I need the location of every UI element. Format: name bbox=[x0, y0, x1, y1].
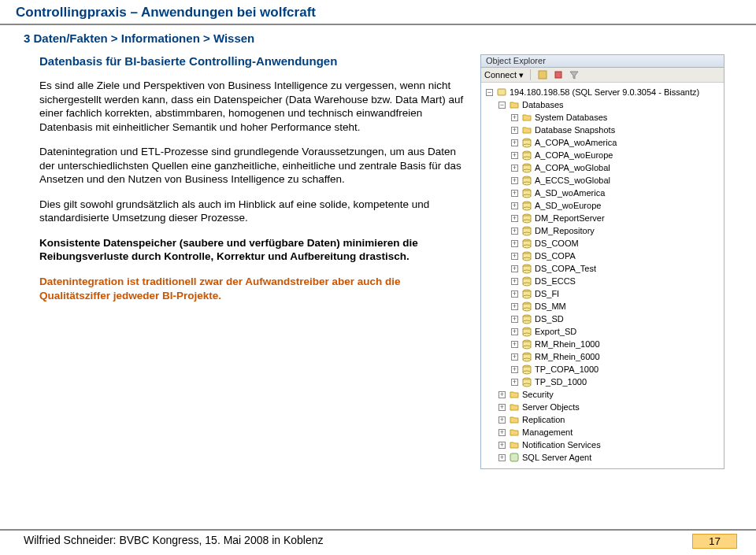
expand-icon[interactable]: + bbox=[511, 366, 518, 373]
tree-database-item[interactable]: +DS_COPA bbox=[483, 250, 722, 262]
expand-icon[interactable]: + bbox=[498, 442, 506, 449]
expand-icon[interactable]: + bbox=[511, 190, 518, 197]
expand-icon[interactable]: + bbox=[511, 228, 518, 235]
database-icon bbox=[521, 351, 532, 362]
svg-point-44 bbox=[523, 308, 531, 311]
database-label: DS_COOM bbox=[535, 237, 579, 250]
expand-icon[interactable]: + bbox=[511, 278, 518, 285]
sysdb-label: System Databases bbox=[535, 111, 607, 124]
database-icon bbox=[521, 263, 532, 274]
expand-icon[interactable]: + bbox=[511, 202, 518, 209]
folder-icon bbox=[521, 112, 532, 123]
expand-icon[interactable]: + bbox=[511, 265, 518, 272]
database-icon bbox=[521, 213, 532, 224]
tree-database-item[interactable]: +DS_FI bbox=[483, 287, 722, 300]
folder-label: Replication bbox=[522, 413, 565, 426]
expand-icon[interactable]: + bbox=[511, 303, 518, 310]
database-label: A_COPA_woAmerica bbox=[535, 136, 617, 149]
collapse-icon[interactable]: − bbox=[486, 89, 493, 96]
tree-database-item[interactable]: +A_SD_woAmerica bbox=[483, 187, 722, 199]
tree-database-item[interactable]: +DS_COOM bbox=[483, 237, 722, 250]
expand-icon[interactable]: + bbox=[511, 127, 518, 134]
tree-database-item[interactable]: +TP_SD_1000 bbox=[483, 376, 722, 388]
refresh-icon[interactable] bbox=[537, 69, 548, 80]
tree-snapshots[interactable]: + Database Snapshots bbox=[483, 124, 722, 136]
folder-label: Notification Services bbox=[522, 438, 601, 451]
database-icon bbox=[521, 301, 532, 312]
expand-icon[interactable]: + bbox=[511, 152, 518, 159]
database-icon bbox=[521, 250, 532, 261]
collapse-icon[interactable]: − bbox=[498, 102, 506, 109]
expand-icon[interactable]: + bbox=[511, 114, 518, 121]
database-label: TP_SD_1000 bbox=[535, 376, 587, 388]
tree-database-item[interactable]: +DM_Repository bbox=[483, 224, 722, 237]
expand-icon[interactable]: + bbox=[511, 353, 518, 361]
database-label: DM_ReportServer bbox=[535, 212, 605, 224]
tree-server-folder[interactable]: +Server Objects bbox=[483, 401, 722, 413]
expand-icon[interactable]: + bbox=[511, 177, 518, 184]
tree-database-item[interactable]: +A_ECCS_woGlobal bbox=[483, 174, 722, 187]
expand-icon[interactable]: + bbox=[511, 316, 518, 323]
svg-point-50 bbox=[523, 333, 531, 336]
expand-icon[interactable]: + bbox=[511, 240, 518, 247]
expand-icon[interactable]: + bbox=[511, 341, 518, 348]
database-icon bbox=[521, 288, 532, 299]
tree-database-item[interactable]: +Export_SD bbox=[483, 325, 722, 338]
expand-icon[interactable]: + bbox=[511, 215, 518, 222]
folder-label: Security bbox=[522, 388, 554, 401]
expand-icon[interactable]: + bbox=[511, 165, 518, 172]
tree-database-item[interactable]: +A_COPA_woEurope bbox=[483, 149, 722, 161]
tree-database-item[interactable]: +A_COPA_woGlobal bbox=[483, 161, 722, 174]
tree-database-item[interactable]: +A_SD_woEurope bbox=[483, 199, 722, 212]
database-label: A_SD_woAmerica bbox=[535, 187, 605, 199]
text-column: Datenbasis für BI-basierte Controlling-A… bbox=[39, 54, 480, 469]
tree-database-item[interactable]: +DM_ReportServer bbox=[483, 212, 722, 224]
expand-icon[interactable]: + bbox=[511, 290, 518, 298]
tree-server-folder[interactable]: +Notification Services bbox=[483, 438, 722, 451]
database-label: TP_COPA_1000 bbox=[535, 363, 598, 376]
connect-button[interactable]: Connect ▾ bbox=[484, 70, 524, 80]
tree-system-databases[interactable]: + System Databases bbox=[483, 111, 722, 124]
tree-database-item[interactable]: +RM_Rhein_1000 bbox=[483, 338, 722, 350]
tree-database-item[interactable]: +DS_COPA_Test bbox=[483, 262, 722, 275]
footer: Wilfried Schneider: BVBC Kongress, 15. M… bbox=[0, 529, 756, 555]
svg-point-14 bbox=[523, 182, 531, 185]
svg-point-56 bbox=[523, 358, 531, 361]
tree-server-folder[interactable]: +Security bbox=[483, 388, 722, 401]
filter-icon[interactable] bbox=[569, 69, 580, 80]
database-icon bbox=[521, 376, 532, 387]
expand-icon[interactable]: + bbox=[498, 391, 506, 398]
tree-server-folder[interactable]: +Replication bbox=[483, 413, 722, 426]
tree-database-item[interactable]: +A_COPA_woAmerica bbox=[483, 136, 722, 149]
expand-icon[interactable]: + bbox=[511, 253, 518, 260]
svg-point-29 bbox=[523, 245, 531, 248]
svg-point-59 bbox=[523, 371, 531, 374]
svg-point-32 bbox=[523, 257, 531, 261]
svg-point-62 bbox=[523, 383, 531, 387]
database-icon bbox=[521, 150, 532, 161]
server-label: 194.180.198.58 (SQL Server 9.0.3054 - Bi… bbox=[510, 86, 699, 98]
folder-icon bbox=[509, 414, 520, 425]
tree-database-item[interactable]: +DS_MM bbox=[483, 300, 722, 313]
paragraph-1: Es sind alle Ziele und Perspektiven von … bbox=[39, 79, 468, 134]
agent-label: SQL Server Agent bbox=[522, 451, 591, 464]
tree-sql-agent[interactable]: + SQL Server Agent bbox=[483, 451, 722, 464]
tree-server-root[interactable]: − 194.180.198.58 (SQL Server 9.0.3054 - … bbox=[483, 86, 722, 98]
svg-point-8 bbox=[523, 157, 531, 160]
tree-databases-folder[interactable]: − Databases bbox=[483, 98, 722, 111]
expand-icon[interactable]: + bbox=[498, 429, 506, 436]
tree-server-folder[interactable]: +Management bbox=[483, 426, 722, 438]
svg-rect-0 bbox=[539, 71, 547, 79]
expand-icon[interactable]: + bbox=[498, 416, 506, 424]
expand-icon[interactable]: + bbox=[511, 379, 518, 386]
tree-database-item[interactable]: +RM_Rhein_6000 bbox=[483, 350, 722, 363]
expand-icon[interactable]: + bbox=[511, 139, 518, 146]
expand-icon[interactable]: + bbox=[511, 328, 518, 335]
expand-icon[interactable]: + bbox=[498, 404, 506, 411]
database-label: DM_Repository bbox=[535, 224, 595, 237]
tree-database-item[interactable]: +DS_ECCS bbox=[483, 275, 722, 287]
tree-database-item[interactable]: +TP_COPA_1000 bbox=[483, 363, 722, 376]
expand-icon[interactable]: + bbox=[498, 454, 506, 461]
stop-icon[interactable] bbox=[553, 69, 564, 80]
tree-database-item[interactable]: +DS_SD bbox=[483, 313, 722, 325]
